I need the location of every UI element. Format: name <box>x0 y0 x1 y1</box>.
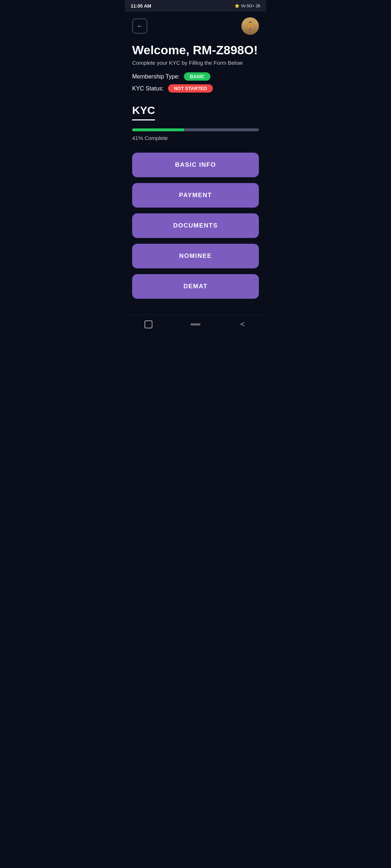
bottom-nav: < <box>125 315 266 335</box>
nominee-button[interactable]: NOMINEE <box>132 244 259 268</box>
payment-button[interactable]: PAYMENT <box>132 183 259 208</box>
nav-home-button[interactable] <box>143 319 154 329</box>
page-header: ← 🧍 <box>132 17 259 35</box>
back-button[interactable]: ← <box>132 18 147 34</box>
back-arrow-icon: ← <box>136 22 143 30</box>
kyc-section: KYC 41% Complete BASIC INFO PAYMENT DOCU… <box>132 104 259 299</box>
bluetooth-icon: ⭐ <box>235 4 240 8</box>
kyc-status-label: KYC Status: <box>132 85 164 92</box>
welcome-section: Welcome, RM-Z898O! Complete your KYC by … <box>132 43 259 93</box>
membership-row: Membership Type: BASIC <box>132 72 259 81</box>
demat-button[interactable]: DEMAT <box>132 274 259 299</box>
battery-icon: 26 <box>256 4 260 8</box>
progress-bar-container <box>132 128 259 131</box>
main-content: ← 🧍 Welcome, RM-Z898O! Complete your KYC… <box>125 12 266 306</box>
kyc-heading: KYC <box>132 104 155 120</box>
avatar-image: 🧍 <box>241 17 259 35</box>
welcome-title: Welcome, RM-Z898O! <box>132 43 259 57</box>
status-icons: ⭐ Vo 5G+ 26 <box>235 4 260 8</box>
membership-badge: BASIC <box>184 72 210 81</box>
status-bar: 11:05 AM ⭐ Vo 5G+ 26 <box>125 0 266 12</box>
progress-bar-fill <box>132 128 184 131</box>
kyc-status-badge: NOT STARTED <box>168 84 213 93</box>
welcome-subtitle: Complete your KYC by Filling the Form Be… <box>132 60 259 66</box>
nav-square-icon <box>144 320 152 328</box>
avatar: 🧍 <box>241 17 259 35</box>
documents-button[interactable]: DOCUMENTS <box>132 213 259 238</box>
nav-pill-icon <box>190 323 201 326</box>
membership-label: Membership Type: <box>132 73 180 80</box>
nav-back-arrow-icon: < <box>240 320 245 329</box>
status-time: 11:05 AM <box>131 3 151 9</box>
nav-back-button[interactable]: < <box>237 319 248 329</box>
progress-text: 41% Complete <box>132 135 259 141</box>
kyc-status-row: KYC Status: NOT STARTED <box>132 84 259 93</box>
nav-recents-button[interactable] <box>190 319 201 329</box>
signal-text: Vo 5G+ <box>241 4 255 8</box>
action-buttons: BASIC INFO PAYMENT DOCUMENTS NOMINEE DEM… <box>132 153 259 299</box>
basic-info-button[interactable]: BASIC INFO <box>132 153 259 177</box>
